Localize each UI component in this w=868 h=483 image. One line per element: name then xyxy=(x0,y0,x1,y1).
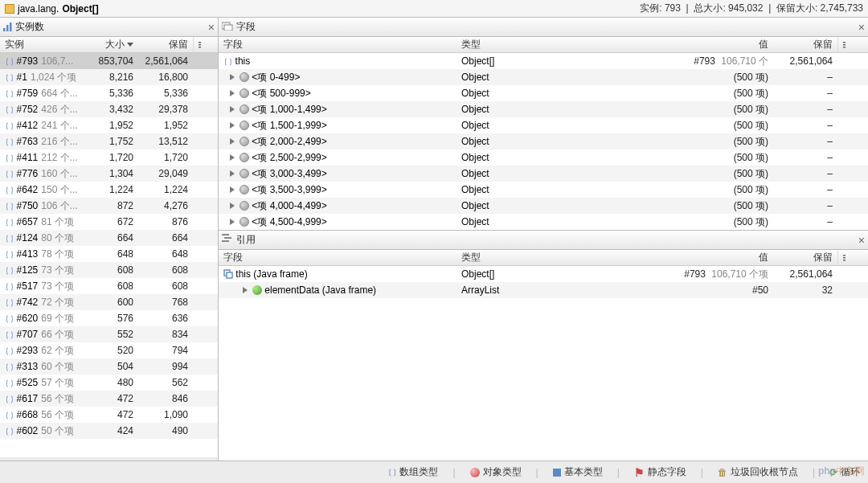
field-row[interactable]: <项 1,500-1,999>Object(500 项)– xyxy=(219,117,868,133)
instances-close-icon[interactable]: × xyxy=(208,21,215,34)
expand-arrow-icon[interactable] xyxy=(230,154,235,161)
instance-row[interactable]: ❲❳ #74272 个项600768 xyxy=(0,294,218,310)
instance-row[interactable]: ❲❳ #793106,7...853,7042,561,064 xyxy=(0,53,218,69)
field-type: Object xyxy=(457,214,575,230)
instance-dim: 106,7... xyxy=(41,55,73,67)
expand-arrow-icon[interactable] xyxy=(230,74,235,80)
svg-rect-2 xyxy=(10,23,12,31)
rcol-value[interactable]: 值 xyxy=(575,250,773,265)
svg-rect-15 xyxy=(843,257,845,259)
field-row[interactable]: <项 3,500-3,999>Object(500 项)– xyxy=(219,182,868,198)
field-retained: – xyxy=(773,166,837,182)
instance-size: 608 xyxy=(90,262,138,278)
expand-arrow-icon[interactable] xyxy=(230,219,235,225)
field-row[interactable]: <项 500-999>Object(500 项)– xyxy=(219,85,868,101)
ref-row[interactable]: elementData (Java frame)ArrayList#5032 xyxy=(219,282,868,298)
array-icon: ❲❳ xyxy=(5,201,14,211)
fcol-value[interactable]: 值 xyxy=(575,37,773,52)
instance-row[interactable]: ❲❳ #763216 个...1,75213,512 xyxy=(0,133,218,149)
instance-retained: 1,224 xyxy=(138,182,193,198)
field-row[interactable]: <项 1,000-1,499>Object(500 项)– xyxy=(219,101,868,117)
object-icon xyxy=(240,153,249,162)
expand-arrow-icon[interactable] xyxy=(243,287,248,293)
instance-row[interactable]: ❲❳ #11,024 个项8,21616,800 xyxy=(0,69,218,85)
col-instance[interactable]: 实例 xyxy=(0,37,90,52)
instance-row[interactable]: ❲❳ #12573 个项608608 xyxy=(0,262,218,278)
instance-row[interactable]: ❲❳ #776160 个...1,30429,049 xyxy=(0,166,218,182)
field-retained: – xyxy=(773,198,837,214)
field-value: #793 xyxy=(694,55,715,67)
instance-row[interactable]: ❲❳ #60250 个项424490 xyxy=(0,423,218,439)
array-icon: ❲❳ xyxy=(5,169,14,179)
expand-arrow-icon[interactable] xyxy=(230,90,235,96)
fcol-retained[interactable]: 保留 xyxy=(773,37,837,52)
instance-size: 576 xyxy=(90,310,138,326)
fcol-menu[interactable] xyxy=(837,37,850,52)
instance-size: 648 xyxy=(90,246,138,262)
instance-size: 520 xyxy=(90,342,138,358)
refs-rows[interactable]: this (Java frame)Object[]#793 106,710 个项… xyxy=(219,266,868,460)
legend-bar: ❲❳数组类型 | 对象类型 | 基本类型 | ⚑静态字段 | 🗑垃圾回收根节点 … xyxy=(0,460,868,483)
field-retained: 2,561,064 xyxy=(773,53,837,69)
svg-rect-18 xyxy=(227,272,232,278)
rcol-type[interactable]: 类型 xyxy=(457,250,575,265)
expand-arrow-icon[interactable] xyxy=(230,138,235,145)
instances-rows[interactable]: ❲❳ #793106,7...853,7042,561,064❲❳ #11,02… xyxy=(0,53,218,457)
field-row[interactable]: <项 4,500-4,999>Object(500 项)– xyxy=(219,214,868,230)
field-row[interactable]: <项 3,000-3,499>Object(500 项)– xyxy=(219,166,868,182)
refs-close-icon[interactable]: × xyxy=(858,234,865,247)
instance-row[interactable]: ❲❳ #412241 个...1,9521,952 xyxy=(0,117,218,133)
rcol-retained[interactable]: 保留 xyxy=(773,250,837,265)
instance-row[interactable]: ❲❳ #12480 个项664664 xyxy=(0,230,218,246)
col-retained[interactable]: 保留 xyxy=(138,37,193,52)
instance-size: 5,336 xyxy=(90,85,138,101)
fields-rows[interactable]: ❲❳ thisObject[]#793 106,710 个2,561,064 <… xyxy=(219,53,868,230)
field-label: <项 1,000-1,499> xyxy=(252,103,326,117)
svg-rect-9 xyxy=(843,44,845,46)
expand-arrow-icon[interactable] xyxy=(230,106,235,113)
instance-row[interactable]: ❲❳ #61756 个项472846 xyxy=(0,391,218,407)
instance-row[interactable]: ❲❳ #70766 个项552834 xyxy=(0,326,218,342)
instance-row[interactable]: ❲❳ #62069 个项576636 xyxy=(0,310,218,326)
instance-row[interactable]: ❲❳ #66856 个项4721,090 xyxy=(0,407,218,423)
refs-table-header: 字段 类型 值 保留 xyxy=(219,250,868,266)
rcol-field[interactable]: 字段 xyxy=(219,250,457,265)
field-row[interactable]: <项 4,000-4,499>Object(500 项)– xyxy=(219,198,868,214)
expand-arrow-icon[interactable] xyxy=(230,170,235,177)
instance-row[interactable]: ❲❳ #51773 个项608608 xyxy=(0,278,218,294)
fields-close-icon[interactable]: × xyxy=(858,21,865,34)
fcol-type[interactable]: 类型 xyxy=(457,37,575,52)
title-package: java.lang. xyxy=(18,3,59,14)
instance-size: 480 xyxy=(90,375,138,391)
instance-row[interactable]: ❲❳ #750106 个...8724,276 xyxy=(0,198,218,214)
expand-arrow-icon[interactable] xyxy=(230,122,235,129)
field-retained: – xyxy=(773,69,837,85)
field-row[interactable]: <项 2,000-2,499>Object(500 项)– xyxy=(219,133,868,149)
col-size[interactable]: 大小 xyxy=(90,37,138,52)
instance-row[interactable]: ❲❳ #642150 个...1,2241,224 xyxy=(0,182,218,198)
col-menu[interactable] xyxy=(193,37,206,52)
field-value: (500 项) xyxy=(575,85,773,101)
instance-row[interactable]: ❲❳ #411212 个...1,7201,720 xyxy=(0,149,218,166)
instance-row[interactable]: ❲❳ #31360 个项504994 xyxy=(0,358,218,375)
instance-row[interactable]: ❲❳ #65781 个项672876 xyxy=(0,214,218,230)
rcol-menu[interactable] xyxy=(837,250,850,265)
field-type: Object xyxy=(457,182,575,198)
expand-arrow-icon[interactable] xyxy=(230,203,235,209)
instance-row[interactable]: ❲❳ #29362 个项520794 xyxy=(0,342,218,358)
instance-name: #617 xyxy=(17,393,39,404)
expand-arrow-icon[interactable] xyxy=(230,186,235,193)
field-retained: – xyxy=(773,101,837,117)
field-row[interactable]: <项 2,500-2,999>Object(500 项)– xyxy=(219,149,868,166)
instance-row[interactable]: ❲❳ #759664 个...5,3365,336 xyxy=(0,85,218,101)
ref-value: #793 xyxy=(684,268,706,280)
field-this-row[interactable]: ❲❳ thisObject[]#793 106,710 个2,561,064 xyxy=(219,53,868,69)
field-row[interactable]: <项 0-499>Object(500 项)– xyxy=(219,69,868,85)
instance-row[interactable]: ❲❳ #752426 个...3,43229,378 xyxy=(0,101,218,117)
ref-row[interactable]: this (Java frame)Object[]#793 106,710 个项… xyxy=(219,266,868,282)
array-icon: ❲❳ xyxy=(5,362,14,372)
instance-row[interactable]: ❲❳ #52557 个项480562 xyxy=(0,375,218,391)
instance-row[interactable]: ❲❳ #41378 个项648648 xyxy=(0,246,218,262)
fcol-field[interactable]: 字段 xyxy=(219,37,457,52)
svg-rect-16 xyxy=(843,260,845,261)
